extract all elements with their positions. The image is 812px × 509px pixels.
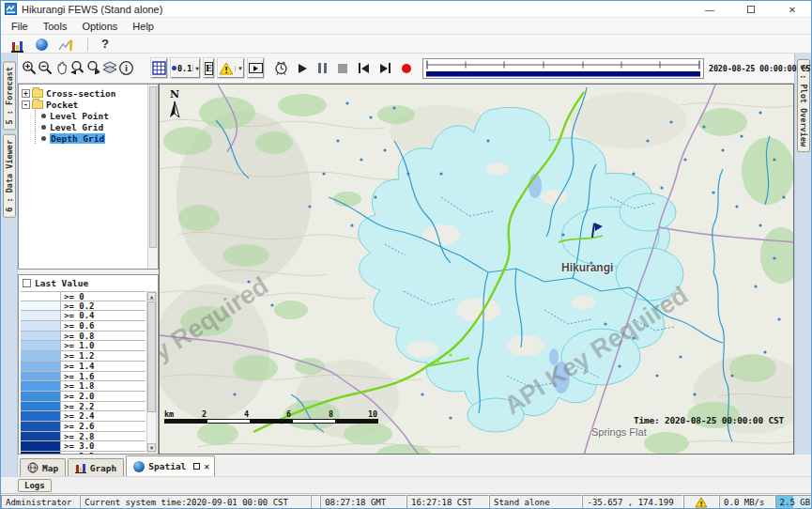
timer-icon[interactable] bbox=[273, 59, 289, 78]
warning-dropdown[interactable]: ! ▼ bbox=[218, 58, 244, 78]
legend-row[interactable]: >= 2.4 bbox=[21, 411, 146, 422]
legend-row-label: >= 1.0 bbox=[61, 341, 95, 350]
legend-row[interactable]: >= 0 bbox=[21, 291, 146, 301]
zoom-previous-icon[interactable] bbox=[69, 59, 85, 78]
legend-color-swatch bbox=[21, 372, 61, 381]
pan-hand-icon[interactable] bbox=[54, 59, 69, 78]
legend-color-swatch bbox=[21, 381, 61, 391]
map-time-label: Time: 2020-08-25 00:00:00 CST bbox=[634, 415, 784, 425]
bullet-icon bbox=[41, 136, 46, 141]
svg-text:!: ! bbox=[699, 501, 702, 508]
bullet-icon bbox=[41, 114, 46, 118]
folder-icon bbox=[32, 100, 43, 109]
legend-row[interactable]: >= 0.2 bbox=[21, 301, 146, 312]
info-icon[interactable]: i bbox=[118, 59, 134, 78]
zoom-out-icon[interactable] bbox=[38, 59, 54, 78]
skip-to-start-button[interactable] bbox=[359, 63, 369, 73]
legend-row[interactable]: >= 2.8 bbox=[21, 432, 146, 442]
legend-row[interactable]: >= 0.4 bbox=[21, 311, 146, 321]
legend-row[interactable]: >= 3.0 bbox=[21, 441, 146, 452]
legend-row-label: >= 1.2 bbox=[61, 351, 95, 361]
legend-row[interactable]: >= 0.6 bbox=[21, 321, 146, 332]
zoom-in-icon[interactable] bbox=[22, 59, 38, 78]
status-net-speed: 0.0 MB/s bbox=[719, 495, 774, 509]
minimize-button[interactable]: — bbox=[689, 1, 730, 18]
help-button[interactable]: ? bbox=[101, 37, 109, 51]
status-warning-cell[interactable]: ! bbox=[683, 495, 720, 509]
legend-row-label: >= 1.4 bbox=[61, 362, 95, 371]
menu-options[interactable]: Options bbox=[75, 20, 124, 33]
scroll-up-icon[interactable]: ▲ bbox=[147, 292, 156, 301]
status-mode: Stand alone bbox=[489, 495, 582, 509]
menu-file[interactable]: File bbox=[5, 20, 35, 33]
legend-row-label: >= 2.6 bbox=[61, 422, 95, 431]
map-toolbar: i 0.1 ▼ E ! ▼ bbox=[18, 54, 794, 84]
tab-maximize-button[interactable] bbox=[193, 463, 200, 470]
play-button[interactable] bbox=[299, 64, 307, 73]
zoom-next-icon[interactable] bbox=[85, 59, 101, 78]
layers-icon[interactable] bbox=[101, 59, 118, 78]
legend-row[interactable]: >= 1.2 bbox=[21, 351, 146, 362]
timeseries-chart-icon[interactable] bbox=[55, 36, 76, 53]
stop-button[interactable] bbox=[338, 64, 347, 73]
legend-color-swatch bbox=[21, 441, 61, 451]
filter-tree-panel: + Cross-section - Pocket Level Point Lev… bbox=[18, 84, 159, 270]
legend-row[interactable]: >= 2.2 bbox=[21, 402, 146, 412]
menu-help[interactable]: Help bbox=[126, 20, 161, 33]
tab-map[interactable]: Map bbox=[20, 458, 66, 476]
legend-row-label: >= 2.4 bbox=[61, 411, 95, 421]
elevation-button[interactable]: E bbox=[204, 58, 214, 78]
legend-row[interactable]: >= 0.8 bbox=[21, 332, 146, 342]
tab-close-button[interactable]: ✕ bbox=[204, 461, 209, 471]
last-value-checkbox[interactable] bbox=[23, 279, 31, 287]
legend-row[interactable]: >= 2.6 bbox=[21, 422, 146, 432]
tab-forecast[interactable]: 5 : Forecast bbox=[3, 61, 16, 130]
expander-icon[interactable]: + bbox=[22, 89, 30, 98]
map-canvas[interactable]: API Key Required API Key Required N Hiku… bbox=[159, 84, 794, 455]
tree-node-level-point[interactable]: Level Point bbox=[39, 110, 158, 121]
expander-icon[interactable]: - bbox=[22, 100, 30, 109]
tree-scrollbar[interactable] bbox=[147, 85, 158, 269]
legend-row-label: >= 2.0 bbox=[61, 392, 95, 401]
record-button[interactable] bbox=[402, 64, 411, 73]
scroll-down-icon[interactable]: ▼ bbox=[147, 443, 156, 452]
legend-color-swatch bbox=[21, 422, 61, 431]
tab-spatial[interactable]: Spatial ✕ bbox=[126, 455, 215, 476]
threshold-dropdown[interactable]: 0.1 ▼ bbox=[171, 58, 200, 78]
legend-row-label: >= 0.4 bbox=[61, 311, 95, 320]
pause-button[interactable] bbox=[318, 63, 327, 73]
tree-node-cross-section[interactable]: + Cross-section bbox=[22, 87, 158, 99]
legend-scrollbar[interactable]: ▲ ▼ bbox=[146, 291, 157, 453]
database-explorer-icon[interactable] bbox=[7, 36, 27, 53]
legend-color-swatch bbox=[21, 351, 61, 361]
maximize-button[interactable] bbox=[730, 1, 772, 18]
north-arrow: N bbox=[168, 88, 181, 122]
skip-to-end-button[interactable] bbox=[380, 63, 391, 73]
app-logo-icon bbox=[5, 3, 17, 15]
legend-table: >= 0>= 0.2>= 0.4>= 0.6>= 0.8>= 1.0>= 1.2… bbox=[21, 291, 146, 454]
tree-node-pocket[interactable]: - Pocket bbox=[22, 99, 158, 110]
legend-row-label: >= 0.6 bbox=[61, 321, 95, 331]
legend-row[interactable]: >= 1.4 bbox=[21, 362, 146, 372]
grid-display-button[interactable] bbox=[151, 58, 167, 78]
time-slider[interactable] bbox=[422, 58, 704, 79]
menu-tools[interactable]: Tools bbox=[37, 20, 74, 33]
logs-button[interactable]: Logs bbox=[18, 479, 52, 492]
legend-row[interactable]: >= 1.0 bbox=[21, 341, 146, 351]
legend-row[interactable]: >= 2.0 bbox=[21, 392, 146, 402]
tab-graph[interactable]: Graph bbox=[68, 458, 124, 476]
status-memory[interactable]: 2.5 GB bbox=[775, 495, 812, 509]
title-bar: Hikurangi FEWS (Stand alone) — ✕ bbox=[1, 1, 812, 18]
spatial-display-icon[interactable] bbox=[31, 36, 52, 53]
animation-button[interactable] bbox=[248, 58, 264, 78]
legend-row[interactable]: >= 1.8 bbox=[21, 381, 146, 392]
tree-node-level-grid[interactable]: Level Grid bbox=[39, 121, 158, 132]
legend-row[interactable]: >= 1.6 bbox=[21, 372, 146, 382]
tab-data-viewer[interactable]: 6 : Data Viewer bbox=[3, 134, 16, 218]
status-local-time: 16:27:18 CST bbox=[406, 495, 489, 509]
close-button[interactable]: ✕ bbox=[772, 1, 812, 18]
status-user: Administrator bbox=[1, 495, 80, 509]
tab-plot-overview[interactable]: 3 : Plot Overview bbox=[797, 59, 810, 152]
tree-node-depth-grid[interactable]: Depth Grid bbox=[39, 132, 158, 144]
chevron-down-icon: ▼ bbox=[235, 66, 243, 71]
